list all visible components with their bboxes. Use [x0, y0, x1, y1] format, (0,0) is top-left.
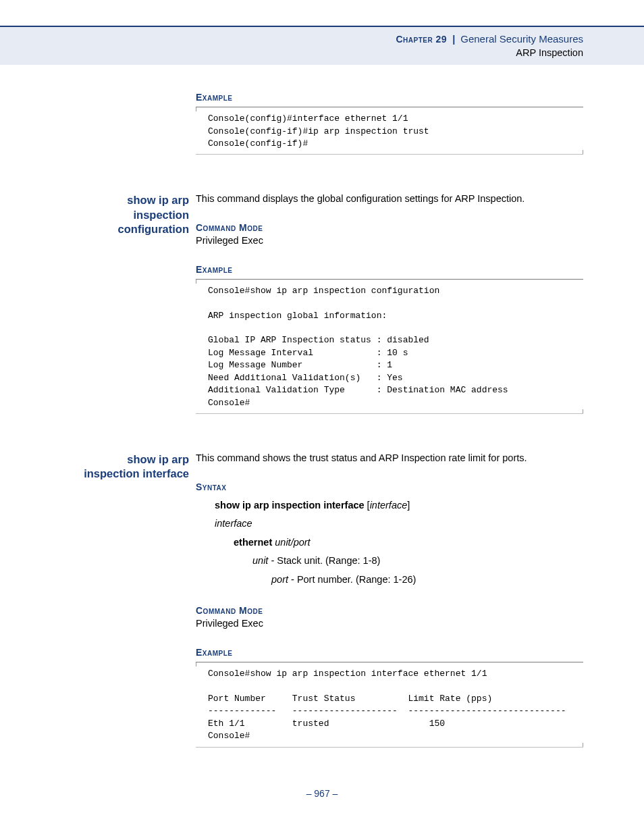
code-block: Console#show ip arp inspection interface…: [196, 662, 583, 748]
cmd-name-l1: show ip arp: [127, 194, 189, 206]
command-mode-heading: Command Mode: [196, 605, 583, 616]
cmd-name-l3: configuration: [118, 223, 189, 235]
header-subtitle: ARP Inspection: [0, 47, 583, 60]
syntax-cmd-bold: show ip arp inspection interface: [215, 500, 365, 511]
code-block: Console(config)#interface ethernet 1/1 C…: [196, 107, 583, 155]
syntax-cmd-arg: interface: [370, 500, 408, 511]
syntax-block: show ip arp inspection interface [interf…: [196, 496, 583, 590]
syntax-port-desc: - Port number. (Range: 1-26): [288, 574, 416, 585]
command-mode-heading: Command Mode: [196, 222, 583, 233]
syntax-heading: Syntax: [196, 481, 583, 492]
syntax-ethernet-bold: ethernet: [234, 537, 272, 548]
section-show-config: show ip arp inspection configuration Thi…: [61, 192, 583, 414]
cmd-name-l2: inspection interface: [84, 467, 189, 479]
page-body: Example Console(config)#interface ethern…: [0, 65, 644, 834]
command-name-left: show ip arp inspection interface: [61, 452, 189, 748]
left-margin-empty: [61, 92, 189, 155]
syntax-bracket-close: ]: [407, 500, 410, 511]
command-mode-value: Privileged Exec: [196, 234, 583, 248]
code-block: Console#show ip arp inspection configura…: [196, 279, 583, 415]
section-show-interface: show ip arp inspection interface This co…: [61, 452, 583, 748]
syntax-port-italic: port: [271, 574, 288, 585]
chapter-title: General Security Measures: [460, 33, 583, 45]
syntax-ethernet-args: unit/port: [275, 537, 310, 548]
command-description: This command displays the global configu…: [196, 192, 583, 206]
section-example-top: Example Console(config)#interface ethern…: [61, 92, 583, 155]
example-heading: Example: [196, 92, 583, 103]
header-separator: |: [452, 34, 455, 45]
cmd-name-l1: show ip arp: [127, 453, 189, 465]
example-heading: Example: [196, 264, 583, 275]
example-heading: Example: [196, 647, 583, 658]
page-footer: – 967 –: [61, 788, 583, 799]
page-header: Chapter 29 | General Security Measures A…: [0, 26, 644, 65]
cmd-name-l2: inspection: [133, 209, 189, 221]
chapter-label: Chapter 29: [396, 34, 447, 45]
command-description: This command shows the trust status and …: [196, 452, 583, 465]
command-mode-value: Privileged Exec: [196, 617, 583, 631]
syntax-interface-label: interface: [215, 518, 252, 529]
command-name-left: show ip arp inspection configuration: [61, 192, 189, 414]
syntax-unit-italic: unit: [252, 555, 268, 566]
syntax-unit-desc: - Stack unit. (Range: 1-8): [268, 555, 380, 566]
